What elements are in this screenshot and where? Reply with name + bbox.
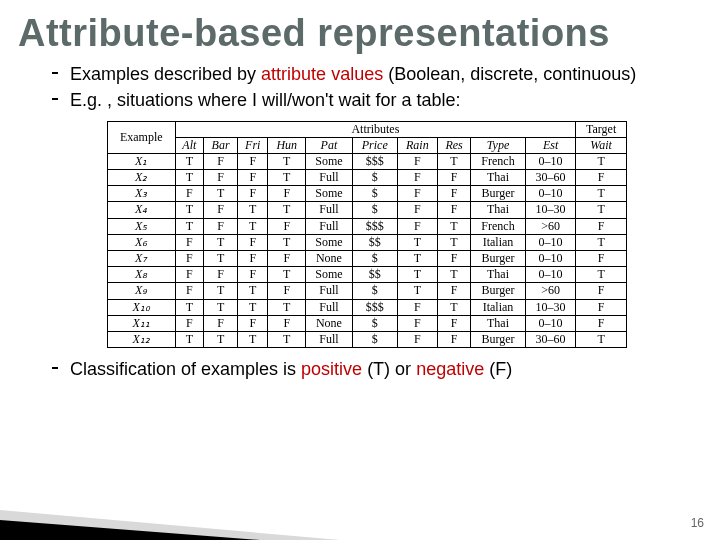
cell: F (397, 170, 437, 186)
row-example: X₈ (108, 267, 176, 283)
cell: T (397, 267, 437, 283)
bullet-3-kw2: negative (416, 359, 484, 379)
cell: French (471, 153, 526, 169)
cell: F (238, 153, 268, 169)
cell: T (204, 251, 238, 267)
cell: Thai (471, 315, 526, 331)
cell: F (238, 186, 268, 202)
row-example: X₁₁ (108, 315, 176, 331)
row-target: T (576, 331, 627, 347)
cell: F (268, 218, 306, 234)
cell: 0–10 (525, 315, 575, 331)
cell: >60 (525, 218, 575, 234)
cell: F (438, 202, 471, 218)
cell: Burger (471, 186, 526, 202)
cell: F (397, 153, 437, 169)
cell: 0–10 (525, 186, 575, 202)
cell: T (204, 283, 238, 299)
cell: F (438, 283, 471, 299)
cell: F (397, 331, 437, 347)
cell: T (204, 186, 238, 202)
cell: T (238, 283, 268, 299)
cell: F (204, 202, 238, 218)
table-row: X₄TFTTFull$FFThai10–30T (108, 202, 627, 218)
cell: T (175, 299, 204, 315)
cell: Some (306, 186, 353, 202)
cell: $ (352, 331, 397, 347)
cell: T (238, 218, 268, 234)
row-target: F (576, 170, 627, 186)
cell: 10–30 (525, 202, 575, 218)
cell: None (306, 251, 353, 267)
attr-col-2: Fri (238, 137, 268, 153)
cell: Burger (471, 283, 526, 299)
cell: Full (306, 170, 353, 186)
row-target: F (576, 218, 627, 234)
bullet-1-keyword: attribute values (261, 64, 383, 84)
cell: T (175, 202, 204, 218)
cell: F (397, 186, 437, 202)
cell: $ (352, 186, 397, 202)
cell: T (204, 299, 238, 315)
cell: T (175, 218, 204, 234)
cell: T (438, 153, 471, 169)
cell: F (175, 251, 204, 267)
cell: F (175, 234, 204, 250)
col-example: Example (108, 121, 176, 153)
bullet-1-post: (Boolean, discrete, continuous) (383, 64, 636, 84)
cell: $$ (352, 267, 397, 283)
cell: T (438, 234, 471, 250)
cell: F (204, 153, 238, 169)
col-target: Target (576, 121, 627, 137)
cell: T (238, 299, 268, 315)
cell: Italian (471, 234, 526, 250)
cell: T (438, 299, 471, 315)
cell: F (268, 251, 306, 267)
cell: F (204, 170, 238, 186)
table-row: X₃FTFFSome$FFBurger0–10T (108, 186, 627, 202)
cell: F (238, 315, 268, 331)
row-example: X₁₀ (108, 299, 176, 315)
cell: F (238, 251, 268, 267)
cell: F (268, 186, 306, 202)
cell: F (175, 315, 204, 331)
table-head-row-1: Example Attributes Target (108, 121, 627, 137)
target-col: Wait (576, 137, 627, 153)
row-target: T (576, 186, 627, 202)
table-head-row-2: AltBarFriHunPatPriceRainResTypeEstWait (108, 137, 627, 153)
bullet-3-pre: Classification of examples is (70, 359, 301, 379)
cell: F (438, 170, 471, 186)
attr-col-4: Pat (306, 137, 353, 153)
cell: T (175, 170, 204, 186)
row-example: X₂ (108, 170, 176, 186)
slide-title: Attribute-based representations (0, 0, 720, 55)
bullet-3-mid1: (T) or (362, 359, 416, 379)
bullet-list-top: Examples described by attribute values (… (52, 63, 682, 113)
cell: F (204, 315, 238, 331)
table-row: X₆FTFTSome$$TTItalian0–10T (108, 234, 627, 250)
page-number: 16 (691, 516, 704, 530)
table-head: Example Attributes Target AltBarFriHunPa… (108, 121, 627, 153)
attr-col-8: Type (471, 137, 526, 153)
row-example: X₅ (108, 218, 176, 234)
cell: F (238, 267, 268, 283)
cell: F (438, 186, 471, 202)
cell: Thai (471, 202, 526, 218)
bullet-3-kw1: positive (301, 359, 362, 379)
cell: T (238, 202, 268, 218)
bullet-3: Classification of examples is positive (… (52, 358, 682, 382)
attr-col-6: Rain (397, 137, 437, 153)
cell: Some (306, 267, 353, 283)
cell: F (175, 186, 204, 202)
examples-table: Example Attributes Target AltBarFriHunPa… (107, 121, 627, 349)
row-target: T (576, 267, 627, 283)
cell: 0–10 (525, 234, 575, 250)
cell: T (397, 283, 437, 299)
cell: T (268, 234, 306, 250)
row-target: T (576, 234, 627, 250)
cell: T (204, 234, 238, 250)
bullet-list-bottom: Classification of examples is positive (… (52, 358, 682, 382)
cell: F (397, 299, 437, 315)
cell: Thai (471, 267, 526, 283)
cell: F (397, 218, 437, 234)
